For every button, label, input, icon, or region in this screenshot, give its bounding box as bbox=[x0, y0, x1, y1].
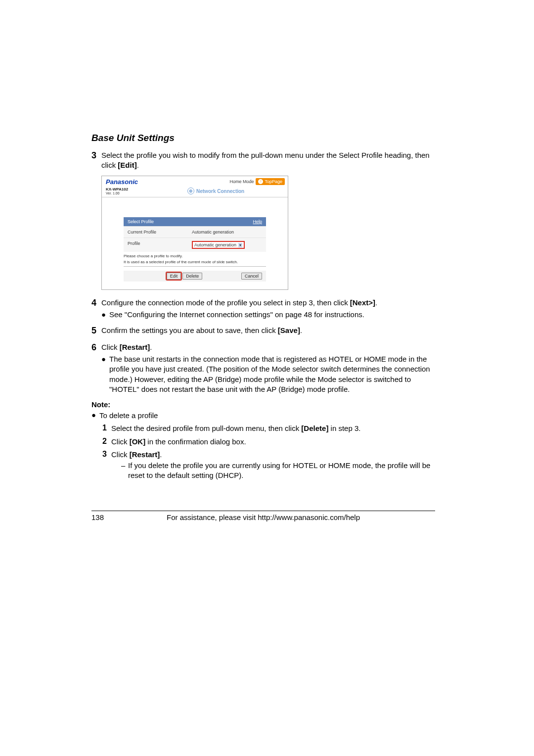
version-label: Ver. 1.00 bbox=[106, 191, 128, 195]
arrow-up-icon: ↑ bbox=[258, 179, 263, 184]
step-4-text-b: . bbox=[375, 298, 377, 307]
step-3-text-a: Select the profile you wish to modify fr… bbox=[101, 151, 430, 169]
current-profile-value: Automatic generation bbox=[188, 227, 266, 237]
current-profile-label: Current Profile bbox=[124, 227, 188, 237]
step-6-text-b: . bbox=[150, 343, 152, 351]
step-num-6: 6 bbox=[91, 342, 101, 353]
step-num-3: 3 bbox=[91, 150, 101, 161]
chevron-down-icon: ▾ bbox=[238, 243, 242, 247]
instruction-line-2: It is used as a selected profile of the … bbox=[124, 260, 266, 267]
page-number: 138 bbox=[91, 513, 111, 521]
step-5-text-b: . bbox=[300, 326, 302, 334]
step-4-bold: [Next>] bbox=[350, 298, 375, 307]
brand-logo: Panasonic bbox=[106, 178, 138, 186]
sub3-text-b: . bbox=[160, 450, 162, 459]
sub-step-2: 2 Click [OK] in the confirmation dialog … bbox=[102, 437, 435, 447]
sub3-text-a: Click bbox=[111, 450, 130, 459]
network-connection-label: Network Connection bbox=[196, 189, 244, 194]
sub2-text-a: Click bbox=[111, 437, 130, 446]
sub1-text-b: in step 3. bbox=[328, 424, 360, 432]
step-3: 3 Select the profile you wish to modify … bbox=[91, 150, 435, 171]
step-3-bold: [Edit] bbox=[118, 161, 136, 169]
sub-step-num-2: 2 bbox=[102, 437, 111, 446]
note-heading: Note: bbox=[91, 400, 435, 409]
profile-select[interactable]: Automatic generation ▾ bbox=[192, 241, 245, 249]
footer-text: For assistance, please visit http://www.… bbox=[111, 513, 415, 521]
sub3-dash-text: If you delete the profile you are curren… bbox=[128, 461, 435, 481]
bullet-icon: ● bbox=[101, 310, 109, 320]
network-connection-heading: ⊕ Network Connection bbox=[187, 188, 244, 195]
edit-button[interactable]: Edit bbox=[167, 273, 181, 280]
note-bullet-text: To delete a profile bbox=[99, 411, 435, 421]
home-mode-label: Home Mode bbox=[229, 179, 254, 184]
sub1-bold: [Delete] bbox=[301, 424, 328, 432]
step-5-bold: [Save] bbox=[278, 326, 300, 334]
page-footer: 138 For assistance, please visit http://… bbox=[91, 511, 435, 521]
step-6-bullet: The base unit restarts in the connection… bbox=[109, 354, 435, 394]
step-6: 6 Click [Restart]. ● The base unit resta… bbox=[91, 342, 435, 394]
sub-step-3: 3 Click [Restart]. – If you delete the p… bbox=[102, 450, 435, 481]
cancel-button[interactable]: Cancel bbox=[241, 273, 262, 280]
model-number: KX-WPA102 bbox=[106, 188, 128, 192]
globe-icon: ⊕ bbox=[187, 188, 194, 194]
sub2-text-b: in the confirmation dialog box. bbox=[145, 437, 246, 446]
sub1-text-a: Select the desired profile from pull-dow… bbox=[111, 424, 301, 432]
bullet-icon: ● bbox=[91, 411, 99, 419]
step-num-5: 5 bbox=[91, 326, 101, 336]
select-profile-heading: Select Profile bbox=[128, 219, 154, 224]
step-6-text-a: Click bbox=[101, 343, 120, 351]
profile-label: Profile bbox=[124, 238, 188, 252]
profile-select-value: Automatic generation bbox=[194, 242, 236, 247]
sub-step-num-3: 3 bbox=[102, 450, 111, 459]
delete-button[interactable]: Delete bbox=[182, 273, 202, 280]
step-5: 5 Confirm the settings you are about to … bbox=[91, 326, 435, 336]
top-page-button[interactable]: ↑ TopPage bbox=[256, 178, 285, 185]
step-3-text-b: . bbox=[137, 161, 139, 169]
step-num-4: 4 bbox=[91, 298, 101, 309]
sub3-bold: [Restart] bbox=[130, 450, 160, 459]
dash-icon: – bbox=[121, 461, 128, 481]
section-title: Base Unit Settings bbox=[91, 133, 435, 143]
sub-step-num-1: 1 bbox=[102, 424, 111, 432]
sub-step-1: 1 Select the desired profile from pull-d… bbox=[102, 424, 435, 433]
step-3-text: Select the profile you wish to modify fr… bbox=[101, 150, 435, 171]
step-4: 4 Configure the connection mode of the p… bbox=[91, 298, 435, 320]
instruction-line-1: Please choose a profile to modify. bbox=[124, 252, 266, 260]
sub2-bold: [OK] bbox=[130, 437, 146, 446]
help-link[interactable]: Help bbox=[253, 219, 262, 224]
step-6-bold: [Restart] bbox=[120, 343, 150, 351]
top-page-label: TopPage bbox=[265, 179, 282, 184]
step-5-text-a: Confirm the settings you are about to sa… bbox=[101, 326, 278, 334]
bullet-icon: ● bbox=[101, 354, 109, 364]
step-4-text-a: Configure the connection mode of the pro… bbox=[101, 298, 350, 307]
step-4-bullet: See "Configuring the Internet connection… bbox=[109, 310, 435, 320]
config-screenshot: Panasonic Home Mode ↑ TopPage KX-WPA102 … bbox=[101, 176, 288, 290]
